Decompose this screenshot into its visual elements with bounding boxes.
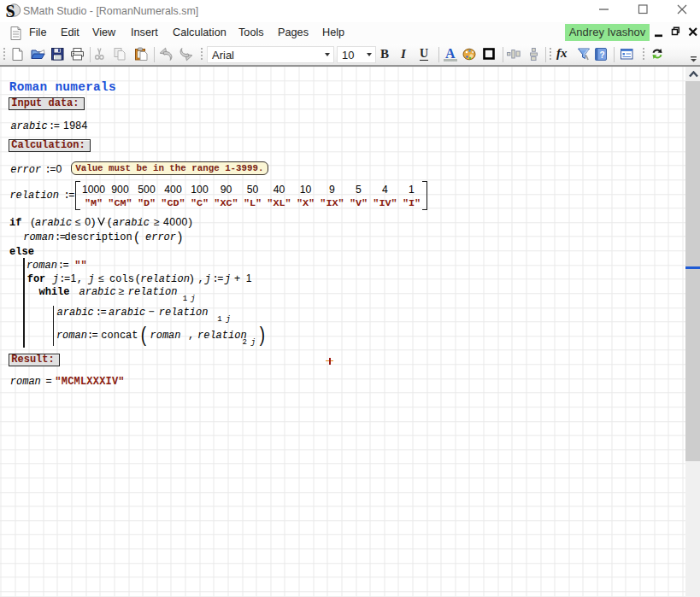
svg-text:S: S [6,2,15,20]
svg-text:?: ? [599,50,604,60]
